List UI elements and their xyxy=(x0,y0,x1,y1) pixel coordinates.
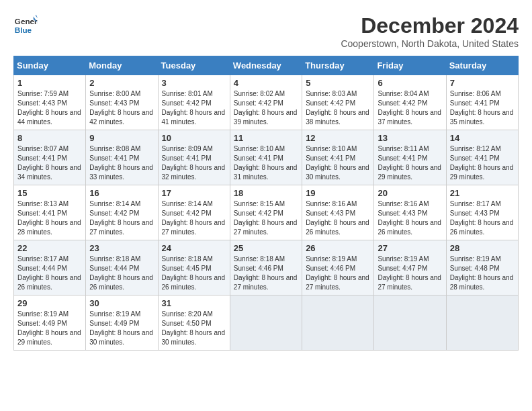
day-info: Sunrise: 8:19 AM Sunset: 4:49 PM Dayligh… xyxy=(17,310,82,347)
day-info: Sunrise: 8:03 AM Sunset: 4:42 PM Dayligh… xyxy=(306,89,370,127)
calendar-row: 15 Sunrise: 8:13 AM Sunset: 4:41 PM Dayl… xyxy=(14,185,519,240)
calendar-cell: 5 Sunrise: 8:03 AM Sunset: 4:42 PM Dayli… xyxy=(302,75,374,130)
day-info: Sunrise: 8:10 AM Sunset: 4:41 PM Dayligh… xyxy=(234,144,298,182)
day-number: 8 xyxy=(17,133,82,143)
calendar-cell: 25 Sunrise: 8:18 AM Sunset: 4:46 PM Dayl… xyxy=(230,240,302,295)
calendar-cell: 16 Sunrise: 8:14 AM Sunset: 4:42 PM Dayl… xyxy=(86,185,158,240)
weekday-header: Saturday xyxy=(446,56,518,75)
calendar-cell: 1 Sunrise: 7:59 AM Sunset: 4:43 PM Dayli… xyxy=(14,75,86,130)
day-info: Sunrise: 8:20 AM Sunset: 4:50 PM Dayligh… xyxy=(162,310,226,347)
day-info: Sunrise: 8:17 AM Sunset: 4:44 PM Dayligh… xyxy=(17,255,82,292)
day-info: Sunrise: 7:59 AM Sunset: 4:43 PM Dayligh… xyxy=(17,89,82,127)
page-header: General Blue December 2024 Cooperstown, … xyxy=(13,13,519,49)
weekday-header: Wednesday xyxy=(230,56,302,75)
day-number: 3 xyxy=(162,78,226,88)
day-info: Sunrise: 8:06 AM Sunset: 4:41 PM Dayligh… xyxy=(450,89,515,127)
calendar-cell: 24 Sunrise: 8:18 AM Sunset: 4:45 PM Dayl… xyxy=(158,240,230,295)
day-number: 25 xyxy=(234,243,298,253)
calendar-cell: 3 Sunrise: 8:01 AM Sunset: 4:42 PM Dayli… xyxy=(158,75,230,130)
day-number: 6 xyxy=(378,78,442,88)
weekday-header: Thursday xyxy=(302,56,374,75)
calendar-cell xyxy=(374,295,446,351)
calendar-row: 22 Sunrise: 8:17 AM Sunset: 4:44 PM Dayl… xyxy=(14,240,519,295)
calendar-cell: 2 Sunrise: 8:00 AM Sunset: 4:43 PM Dayli… xyxy=(86,75,158,130)
calendar-cell: 20 Sunrise: 8:16 AM Sunset: 4:43 PM Dayl… xyxy=(374,185,446,240)
day-info: Sunrise: 8:14 AM Sunset: 4:42 PM Dayligh… xyxy=(162,199,226,237)
day-number: 19 xyxy=(306,188,370,198)
day-info: Sunrise: 8:15 AM Sunset: 4:42 PM Dayligh… xyxy=(234,199,298,237)
day-number: 16 xyxy=(89,188,154,198)
title-section: December 2024 Cooperstown, North Dakota,… xyxy=(341,13,519,49)
calendar-cell: 6 Sunrise: 8:04 AM Sunset: 4:42 PM Dayli… xyxy=(374,75,446,130)
day-number: 10 xyxy=(162,133,226,143)
day-number: 15 xyxy=(17,188,82,198)
weekday-header: Friday xyxy=(374,56,446,75)
day-number: 27 xyxy=(378,243,442,253)
calendar-row: 29 Sunrise: 8:19 AM Sunset: 4:49 PM Dayl… xyxy=(14,295,519,351)
day-number: 20 xyxy=(378,188,442,198)
calendar-cell: 14 Sunrise: 8:12 AM Sunset: 4:41 PM Dayl… xyxy=(446,130,518,185)
day-number: 21 xyxy=(450,188,515,198)
calendar-cell: 31 Sunrise: 8:20 AM Sunset: 4:50 PM Dayl… xyxy=(158,295,230,351)
calendar-cell: 30 Sunrise: 8:19 AM Sunset: 4:49 PM Dayl… xyxy=(86,295,158,351)
day-number: 9 xyxy=(89,133,154,143)
calendar-cell: 10 Sunrise: 8:09 AM Sunset: 4:41 PM Dayl… xyxy=(158,130,230,185)
calendar-cell: 29 Sunrise: 8:19 AM Sunset: 4:49 PM Dayl… xyxy=(14,295,86,351)
day-number: 4 xyxy=(234,78,298,88)
logo-icon: General Blue xyxy=(13,13,38,38)
calendar-cell: 18 Sunrise: 8:15 AM Sunset: 4:42 PM Dayl… xyxy=(230,185,302,240)
calendar-cell: 11 Sunrise: 8:10 AM Sunset: 4:41 PM Dayl… xyxy=(230,130,302,185)
weekday-header: Tuesday xyxy=(158,56,230,75)
day-info: Sunrise: 8:00 AM Sunset: 4:43 PM Dayligh… xyxy=(89,89,154,127)
calendar-cell xyxy=(446,295,518,351)
day-info: Sunrise: 8:18 AM Sunset: 4:44 PM Dayligh… xyxy=(89,255,154,292)
day-number: 2 xyxy=(89,78,154,88)
day-number: 14 xyxy=(450,133,515,143)
day-info: Sunrise: 8:14 AM Sunset: 4:42 PM Dayligh… xyxy=(89,199,154,237)
calendar-cell: 21 Sunrise: 8:17 AM Sunset: 4:43 PM Dayl… xyxy=(446,185,518,240)
calendar-cell: 4 Sunrise: 8:02 AM Sunset: 4:42 PM Dayli… xyxy=(230,75,302,130)
day-info: Sunrise: 8:08 AM Sunset: 4:41 PM Dayligh… xyxy=(89,144,154,182)
location-title: Cooperstown, North Dakota, United States xyxy=(341,38,519,49)
day-info: Sunrise: 8:02 AM Sunset: 4:42 PM Dayligh… xyxy=(234,89,298,127)
weekday-header-row: SundayMondayTuesdayWednesdayThursdayFrid… xyxy=(14,56,519,75)
day-number: 5 xyxy=(306,78,370,88)
calendar-cell: 26 Sunrise: 8:19 AM Sunset: 4:46 PM Dayl… xyxy=(302,240,374,295)
day-info: Sunrise: 8:19 AM Sunset: 4:48 PM Dayligh… xyxy=(450,255,515,292)
calendar-cell: 23 Sunrise: 8:18 AM Sunset: 4:44 PM Dayl… xyxy=(86,240,158,295)
day-info: Sunrise: 8:10 AM Sunset: 4:41 PM Dayligh… xyxy=(306,144,370,182)
day-info: Sunrise: 8:09 AM Sunset: 4:41 PM Dayligh… xyxy=(162,144,226,182)
logo: General Blue xyxy=(13,13,38,38)
day-info: Sunrise: 8:13 AM Sunset: 4:41 PM Dayligh… xyxy=(17,199,82,237)
day-number: 13 xyxy=(378,133,442,143)
day-number: 1 xyxy=(17,78,82,88)
day-info: Sunrise: 8:19 AM Sunset: 4:49 PM Dayligh… xyxy=(89,310,154,347)
day-number: 24 xyxy=(162,243,226,253)
calendar-cell: 22 Sunrise: 8:17 AM Sunset: 4:44 PM Dayl… xyxy=(14,240,86,295)
day-info: Sunrise: 8:17 AM Sunset: 4:43 PM Dayligh… xyxy=(450,199,515,237)
day-info: Sunrise: 8:07 AM Sunset: 4:41 PM Dayligh… xyxy=(17,144,82,182)
day-info: Sunrise: 8:12 AM Sunset: 4:41 PM Dayligh… xyxy=(450,144,515,182)
day-number: 31 xyxy=(162,298,226,308)
calendar-row: 1 Sunrise: 7:59 AM Sunset: 4:43 PM Dayli… xyxy=(14,75,519,130)
day-number: 12 xyxy=(306,133,370,143)
calendar-cell: 17 Sunrise: 8:14 AM Sunset: 4:42 PM Dayl… xyxy=(158,185,230,240)
calendar-cell: 8 Sunrise: 8:07 AM Sunset: 4:41 PM Dayli… xyxy=(14,130,86,185)
day-number: 11 xyxy=(234,133,298,143)
calendar-row: 8 Sunrise: 8:07 AM Sunset: 4:41 PM Dayli… xyxy=(14,130,519,185)
day-info: Sunrise: 8:19 AM Sunset: 4:47 PM Dayligh… xyxy=(378,255,442,292)
calendar-table: SundayMondayTuesdayWednesdayThursdayFrid… xyxy=(13,56,519,351)
weekday-header: Sunday xyxy=(14,56,86,75)
calendar-cell: 19 Sunrise: 8:16 AM Sunset: 4:43 PM Dayl… xyxy=(302,185,374,240)
day-number: 7 xyxy=(450,78,515,88)
day-number: 23 xyxy=(89,243,154,253)
day-info: Sunrise: 8:16 AM Sunset: 4:43 PM Dayligh… xyxy=(306,199,370,237)
calendar-cell: 9 Sunrise: 8:08 AM Sunset: 4:41 PM Dayli… xyxy=(86,130,158,185)
day-number: 18 xyxy=(234,188,298,198)
day-number: 29 xyxy=(17,298,82,308)
day-info: Sunrise: 8:19 AM Sunset: 4:46 PM Dayligh… xyxy=(306,255,370,292)
calendar-cell xyxy=(230,295,302,351)
calendar-cell: 7 Sunrise: 8:06 AM Sunset: 4:41 PM Dayli… xyxy=(446,75,518,130)
day-info: Sunrise: 8:16 AM Sunset: 4:43 PM Dayligh… xyxy=(378,199,442,237)
svg-text:Blue: Blue xyxy=(15,26,32,34)
